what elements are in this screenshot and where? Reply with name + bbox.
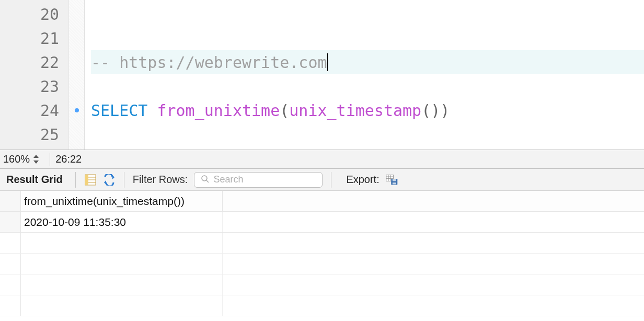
table-row	[0, 295, 644, 316]
export-label: Export:	[346, 174, 379, 186]
line-number: 25	[0, 122, 68, 146]
editor-status-bar: 160% 26:22	[0, 150, 644, 168]
cell-value[interactable]: 2020-10-09 11:35:30	[21, 212, 223, 232]
statement-marker-icon	[75, 108, 79, 112]
result-toolbar: Result Grid Filter Rows: Export:	[0, 168, 644, 190]
editor-marker-margin	[69, 0, 85, 150]
function-token: unix_timestamp	[289, 101, 421, 120]
export-save-icon[interactable]	[386, 174, 398, 186]
cursor-position: 26:22	[55, 153, 82, 165]
svg-line-8	[206, 180, 209, 182]
separator	[331, 172, 331, 188]
separator	[124, 172, 124, 188]
grid-header-row: from_unixtime(unix_timestamp())	[0, 191, 644, 212]
table-row	[0, 254, 644, 274]
table-row	[0, 233, 644, 254]
code-area[interactable]: -- https://webrewrite.com SELECT from_un…	[85, 0, 644, 150]
line-number: 21	[0, 26, 68, 50]
separator	[50, 153, 50, 166]
table-row	[0, 274, 644, 295]
separator	[75, 172, 76, 188]
comment-token: --	[91, 53, 119, 72]
toggle-grid-icon[interactable]	[84, 174, 97, 186]
filter-search-box[interactable]	[194, 172, 323, 188]
zoom-control[interactable]: 160%	[3, 153, 40, 166]
filter-rows-label: Filter Rows:	[133, 174, 188, 186]
sql-editor[interactable]: 20 21 22 23 24 25 -- https://webrewrite.…	[0, 0, 644, 150]
line-number: 23	[0, 74, 68, 98]
table-row[interactable]: 2020-10-09 11:35:30	[0, 212, 644, 233]
refresh-icon[interactable]	[103, 174, 116, 186]
paren-token: ()	[421, 101, 440, 120]
text-caret	[327, 53, 328, 71]
zoom-level: 160%	[3, 153, 30, 165]
code-line-current[interactable]: -- https://webrewrite.com	[91, 50, 644, 74]
svg-rect-1	[85, 175, 88, 185]
result-grid-title: Result Grid	[6, 174, 63, 186]
comment-token: https://webrewrite.com	[119, 53, 327, 72]
code-line[interactable]: SELECT from_unixtime(unix_timestamp())	[91, 98, 644, 122]
row-handle[interactable]	[0, 212, 21, 232]
paren-token: (	[280, 101, 289, 120]
svg-marker-5	[112, 175, 114, 179]
svg-marker-6	[104, 180, 106, 185]
line-number-gutter: 20 21 22 23 24 25	[0, 0, 69, 150]
grid-corner[interactable]	[0, 191, 21, 211]
svg-rect-15	[393, 179, 396, 181]
line-number: 24	[0, 98, 68, 122]
zoom-stepper-icon[interactable]	[32, 153, 40, 166]
search-icon	[201, 174, 209, 186]
column-header[interactable]: from_unixtime(unix_timestamp())	[21, 191, 223, 211]
keyword-token: SELECT	[91, 101, 157, 120]
svg-point-7	[202, 176, 207, 181]
paren-token: )	[440, 101, 450, 120]
svg-rect-16	[393, 182, 396, 184]
function-token: from_unixtime	[157, 101, 280, 120]
line-number: 20	[0, 2, 68, 26]
line-number: 22	[0, 50, 68, 74]
filter-search-input[interactable]	[213, 174, 316, 185]
result-grid[interactable]: from_unixtime(unix_timestamp()) 2020-10-…	[0, 190, 644, 320]
